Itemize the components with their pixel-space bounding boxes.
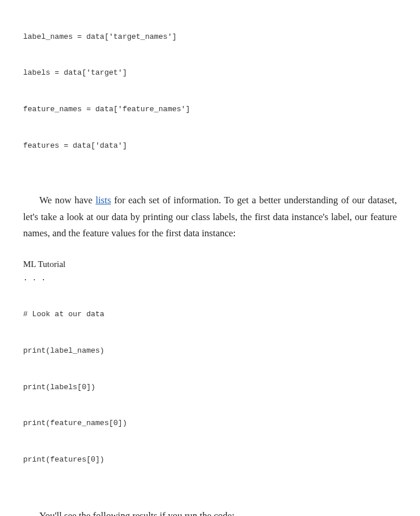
code-block-print-data: # Look at our data print(label_names) pr… [23, 291, 397, 492]
ellipsis: . . . [23, 274, 397, 283]
text-segment: You'll see the following results if you … [39, 510, 234, 516]
paragraph-intro: We now have lists for each set of inform… [23, 192, 397, 241]
code-line: label_names = data['target_names'] [23, 32, 397, 42]
code-block-variable-assignments: label_names = data['target_names'] label… [23, 13, 397, 177]
link-lists[interactable]: lists [95, 195, 111, 206]
code-line: print(labels[0]) [23, 383, 397, 393]
paragraph-results: You'll see the following results if you … [23, 508, 397, 516]
code-comment: # Look at our data [23, 310, 397, 320]
code-line: print(label_names) [23, 346, 397, 356]
heading-ml-tutorial: ML Tutorial [23, 259, 397, 269]
code-line: labels = data['target'] [23, 68, 397, 78]
code-line: features = data['data'] [23, 141, 397, 151]
text-segment: We now have [39, 195, 95, 206]
code-line: print(feature_names[0]) [23, 419, 397, 429]
code-line: feature_names = data['feature_names'] [23, 105, 397, 115]
code-line: print(features[0]) [23, 455, 397, 465]
